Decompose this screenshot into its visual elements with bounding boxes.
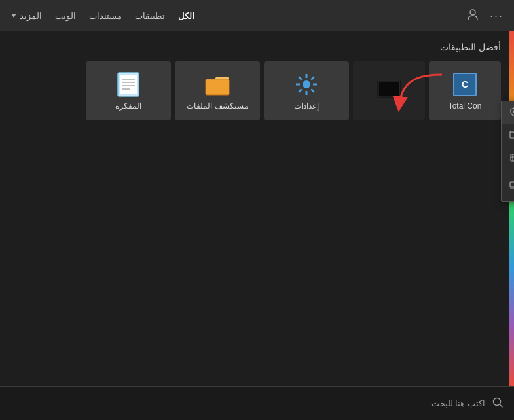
svg-point-0: [470, 10, 475, 15]
main-content: أفضل التطبيقات C Total Con تشغيل كمسؤول: [0, 31, 514, 131]
search-bar: اكتب هنا للبحث: [0, 386, 514, 420]
top-bar: ··· الكل تطبيقات مستندات الويب المزيد: [0, 0, 514, 31]
app-tile-total-commander[interactable]: C Total Con: [429, 61, 501, 120]
search-placeholder: اكتب هنا للبحث: [431, 398, 485, 408]
apps-row: C Total Con تشغيل كمسؤول: [13, 61, 501, 120]
context-menu-open-file-location[interactable]: فتح موقع الملف: [502, 124, 514, 147]
nav-web[interactable]: الويب: [55, 11, 76, 21]
section-title: أفضل التطبيقات: [13, 42, 501, 52]
svg-line-31: [500, 404, 503, 407]
svg-rect-9: [510, 188, 514, 189]
search-icon: [492, 396, 504, 411]
svg-point-13: [303, 80, 310, 88]
nav-all[interactable]: الكل: [178, 11, 194, 21]
dots-menu-icon[interactable]: ···: [490, 9, 504, 23]
app-tile-notepad[interactable]: المفكرة: [86, 61, 171, 120]
context-menu: تشغيل كمسؤول فتح موقع الملف: [501, 101, 514, 202]
svg-rect-4: [510, 133, 514, 138]
notepad-app-label: المفكرة: [115, 101, 141, 111]
tc-app-label: Total Con: [449, 101, 482, 111]
tc-app-icon: C: [452, 71, 478, 97]
svg-rect-22: [206, 79, 229, 95]
app-tile-file-explorer[interactable]: مستكشف الملفات: [175, 61, 260, 120]
right-color-edge: [509, 31, 514, 386]
top-bar-left-icons: ···: [466, 8, 504, 24]
file-explorer-app-icon: [204, 71, 230, 97]
nav-more[interactable]: المزيد: [10, 11, 42, 21]
app-tile-settings[interactable]: إعدادات: [264, 61, 349, 120]
notepad-app-icon: [115, 71, 141, 97]
context-menu-pin-to-taskbar[interactable]: تثبيت إلى شريط المهام: [502, 170, 514, 201]
user-icon[interactable]: [466, 8, 479, 24]
svg-line-21: [299, 89, 302, 92]
svg-point-30: [494, 398, 501, 405]
svg-rect-25: [120, 75, 137, 94]
context-menu-run-as-admin[interactable]: تشغيل كمسؤول: [502, 101, 514, 124]
pin-start-icon: [509, 153, 514, 164]
nav-apps[interactable]: تطبيقات: [135, 11, 165, 21]
tc-icon: C: [453, 73, 477, 96]
svg-line-20: [311, 77, 314, 80]
settings-app-icon: [293, 71, 320, 97]
shield-icon: [509, 107, 514, 118]
pin-taskbar-icon: [509, 181, 514, 192]
svg-rect-8: [510, 182, 514, 187]
svg-line-19: [311, 89, 314, 92]
file-explorer-app-label: مستكشف الملفات: [187, 101, 248, 111]
nav-docs[interactable]: مستندات: [89, 11, 122, 21]
unknown-app-icon: [376, 76, 402, 102]
app-tile-unknown[interactable]: [353, 61, 425, 120]
folder-open-icon: [509, 130, 514, 141]
context-menu-pin-to-start[interactable]: تثبيت بالقائمة ابدأ: [502, 147, 514, 170]
top-bar-nav: الكل تطبيقات مستندات الويب المزيد: [10, 11, 194, 21]
svg-line-18: [299, 77, 302, 80]
settings-app-label: إعدادات: [294, 101, 319, 111]
svg-rect-12: [378, 81, 399, 97]
svg-marker-1: [11, 14, 16, 18]
